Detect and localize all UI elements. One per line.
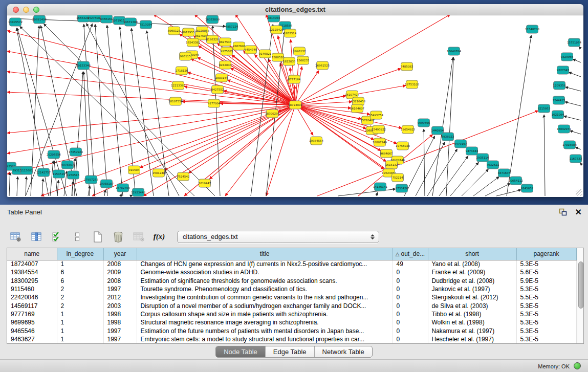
table-cell[interactable]: 18724007 <box>7 260 57 268</box>
graph-edge[interactable] <box>7 105 295 154</box>
memory-indicator[interactable] <box>574 362 581 369</box>
table-cell[interactable]: Investigating the contribution of common… <box>137 293 393 301</box>
table-cell[interactable]: 9777169 <box>7 310 57 318</box>
graph-edge[interactable] <box>544 115 545 196</box>
network-graph[interactable]: 1340557220891406166532871527600764661611… <box>7 15 583 197</box>
graph-edge[interactable] <box>209 105 295 179</box>
graph-edge[interactable] <box>92 105 295 196</box>
graph-node[interactable]: 16543382 <box>186 38 200 47</box>
table-cell[interactable]: 0 <box>393 326 428 335</box>
table-cell[interactable]: 1997 <box>103 326 137 335</box>
graph-node[interactable]: 19756928 <box>396 142 410 150</box>
table-cell[interactable]: 5.3E-5 <box>516 326 576 335</box>
table-cell[interactable]: 14569117 <box>7 301 57 310</box>
graph-node[interactable]: 8186328 <box>206 35 219 43</box>
graph-node[interactable]: 15493922 <box>372 125 386 134</box>
graph-node[interactable]: 12923448 <box>131 188 145 196</box>
graph-node[interactable]: 7632621 <box>487 161 499 169</box>
graph-edge[interactable] <box>564 116 581 120</box>
graph-node[interactable]: 1621064 <box>552 111 564 119</box>
float-panel-icon[interactable] <box>559 208 567 216</box>
graph-edge[interactable] <box>376 192 378 196</box>
graph-node[interactable]: 18753105 <box>405 80 419 89</box>
graph-edge[interactable] <box>416 142 445 196</box>
graph-node[interactable]: 9975857 <box>61 161 74 169</box>
graph-edge[interactable] <box>565 102 581 106</box>
table-settings-icon[interactable] <box>10 231 21 243</box>
table-cell[interactable]: Embryonic stem cells: a model to study s… <box>137 335 393 343</box>
table-cell[interactable]: Wolkin et al. (1998) <box>428 318 516 326</box>
table-cell[interactable]: 5.3E-5 <box>516 301 576 310</box>
graph-edge[interactable] <box>7 105 295 174</box>
window-resize-grip[interactable] <box>576 189 582 196</box>
graph-edge[interactable] <box>439 156 468 196</box>
graph-edge[interactable] <box>26 177 27 196</box>
column-header-pagerank[interactable]: pagerank <box>516 248 576 260</box>
table-cell[interactable]: 1 <box>57 310 103 318</box>
graph-node[interactable]: 16648784 <box>447 47 461 55</box>
delete-rows-icon[interactable] <box>113 231 124 243</box>
table-row[interactable]: 1938455462009Genome-wide association stu… <box>7 268 576 276</box>
graph-node[interactable]: 19384554 <box>309 137 323 145</box>
graph-edge[interactable] <box>17 177 18 196</box>
table-cell[interactable]: 2 <box>57 301 103 310</box>
graph-edge[interactable] <box>107 25 123 196</box>
network-canvas[interactable]: 1340557220891406166532871527600764661611… <box>7 15 583 197</box>
graph-node[interactable]: 1822033 <box>283 57 296 65</box>
graph-node[interactable]: 8471676 <box>498 169 511 177</box>
graph-node[interactable]: 15751074 <box>567 38 581 47</box>
table-cell[interactable]: 5.3E-5 <box>516 318 576 326</box>
table-cell[interactable]: Franke et al. (2009) <box>428 268 516 276</box>
graph-node[interactable]: 9827548 <box>219 38 232 46</box>
network-window[interactable]: citations_edges.txt 13405572208914061665… <box>7 4 583 197</box>
table-cell[interactable]: Dudbridge et al. (2008) <box>428 277 516 285</box>
table-cell[interactable]: 1997 <box>103 335 137 343</box>
table-cell[interactable]: 2003 <box>103 301 137 310</box>
table-row[interactable]: 969969511998Structural magnetic resonanc… <box>7 318 576 326</box>
graph-node[interactable]: 17016504 <box>562 141 577 149</box>
graph-edge[interactable] <box>427 149 458 196</box>
graph-node[interactable]: 17359924 <box>69 148 83 156</box>
table-cell[interactable]: 9463627 <box>7 335 57 343</box>
graph-node[interactable]: 9699695 <box>418 119 430 127</box>
graph-edge[interactable] <box>7 51 295 105</box>
table-cell[interactable]: 6 <box>57 268 103 276</box>
column-header-year[interactable]: year <box>103 248 137 260</box>
graph-node[interactable]: 15495754 <box>369 111 383 119</box>
table-cell[interactable]: 2008 <box>103 277 137 285</box>
graph-node[interactable]: 19654923 <box>401 125 415 134</box>
graph-node[interactable]: 1615132 <box>385 161 398 169</box>
table-cell[interactable]: 2012 <box>103 293 137 301</box>
table-row[interactable]: 1830029562008Estimation of significance … <box>7 277 576 285</box>
select-rows-icon[interactable] <box>51 231 62 243</box>
graph-node[interactable]: 8777164 <box>288 75 301 83</box>
table-cell[interactable]: 19384554 <box>7 268 57 276</box>
graph-node[interactable]: 12125420 <box>269 26 284 34</box>
table-cell[interactable]: 1997 <box>103 285 137 293</box>
table-scrollbar[interactable] <box>577 248 584 343</box>
graph-node[interactable]: 752214 <box>392 173 404 182</box>
graph-node[interactable]: 8427552 <box>211 85 224 94</box>
graph-edge[interactable] <box>121 194 121 196</box>
table-cell[interactable]: 0 <box>393 277 428 285</box>
graph-node[interactable]: 16782759 <box>116 184 130 192</box>
graph-node[interactable]: 12213383 <box>171 81 185 90</box>
graph-node[interactable]: 7485083 <box>401 62 413 71</box>
graph-node[interactable]: 1167533 <box>570 155 582 163</box>
table-cell[interactable]: 5.3E-5 <box>516 285 576 293</box>
table-cell[interactable]: 6 <box>57 277 103 285</box>
graph-node[interactable]: 17957253 <box>84 176 98 184</box>
tab-edge-table[interactable]: Edge Table <box>266 346 315 357</box>
graph-edge[interactable] <box>266 105 295 196</box>
graph-node[interactable]: 18724007 <box>288 101 302 109</box>
show-columns-icon[interactable] <box>31 231 42 243</box>
graph-node[interactable]: 8454749 <box>245 46 257 54</box>
graph-node[interactable]: 9684067 <box>380 149 393 158</box>
graph-node[interactable]: 9177004 <box>208 99 221 107</box>
graph-node[interactable]: 20153346 <box>76 61 91 70</box>
table-select-dropdown[interactable]: citations_edges.txt <box>177 231 379 243</box>
graph-node[interactable]: 10654112 <box>509 177 523 185</box>
graph-node[interactable]: 9245652 <box>521 184 534 192</box>
graph-node[interactable]: 19671388 <box>123 18 138 26</box>
table-cell[interactable]: 5.3E-5 <box>516 310 576 318</box>
